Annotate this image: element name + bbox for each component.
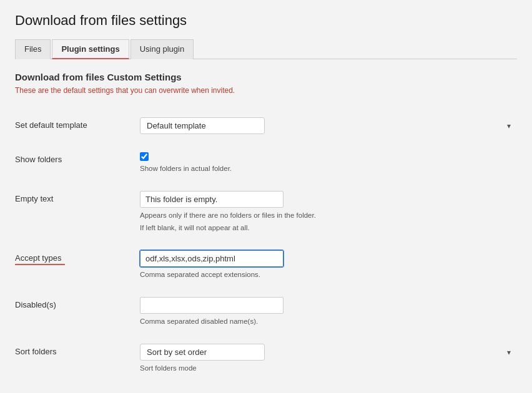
hint-accept-types: Comma separated accept extensions. — [140, 269, 517, 279]
hint-show-folders: Show folders in actual folder. — [140, 163, 517, 173]
label-disabled: Disabled(s) — [15, 297, 140, 309]
tab-using-plugin[interactable]: Using plugin — [131, 39, 194, 59]
tab-files[interactable]: Files — [15, 39, 51, 59]
label-sort-folders: Sort folders — [15, 344, 140, 356]
label-empty-text: Empty text — [15, 191, 140, 203]
section-desc: These are the default settings that you … — [15, 86, 517, 95]
select-wrapper-template: Default template — [140, 117, 517, 134]
row-sort-folders: Sort folders Sort by set order Sort fold… — [15, 335, 517, 382]
control-accept-types: Comma separated accept extensions. — [140, 250, 517, 279]
row-show-folders: Show folders Show folders in actual fold… — [15, 143, 517, 182]
page-title: Download from files settings — [15, 12, 517, 29]
label-accept-types: Accept types — [15, 250, 140, 265]
select-default-template[interactable]: Default template — [140, 117, 265, 134]
row-set-default-template: Set default template Default template — [15, 109, 517, 143]
label-set-default-template: Set default template — [15, 117, 140, 130]
hint-disabled: Comma separated disabled name(s). — [140, 316, 517, 326]
row-disabled: Disabled(s) Comma separated disabled nam… — [15, 288, 517, 335]
checkbox-show-folders[interactable] — [140, 152, 149, 161]
select-sort-folders[interactable]: Sort by set order — [140, 344, 265, 361]
checkbox-row-show-folders — [140, 152, 517, 161]
select-wrapper-sort: Sort by set order — [140, 344, 517, 361]
control-show-folders: Show folders in actual folder. — [140, 152, 517, 173]
control-set-default-template: Default template — [140, 117, 517, 134]
input-empty-text[interactable] — [140, 191, 283, 208]
control-empty-text: Appears only if there are no folders or … — [140, 191, 517, 233]
input-accept-types[interactable] — [140, 250, 283, 267]
tab-plugin-settings[interactable]: Plugin settings — [52, 39, 129, 59]
settings-form: Set default template Default template Sh… — [15, 109, 517, 382]
tabs-container: Files Plugin settings Using plugin — [15, 39, 517, 59]
hint-sort-folders: Sort folders mode — [140, 363, 517, 373]
page-container: Download from files settings Files Plugi… — [0, 0, 532, 393]
hint-empty-text-1: Appears only if there are no folders or … — [140, 210, 517, 220]
control-sort-folders: Sort by set order Sort folders mode — [140, 344, 517, 373]
control-disabled: Comma separated disabled name(s). — [140, 297, 517, 326]
row-empty-text: Empty text Appears only if there are no … — [15, 182, 517, 241]
label-show-folders: Show folders — [15, 152, 140, 164]
section-title: Download from files Custom Settings — [15, 72, 517, 82]
input-disabled[interactable] — [140, 297, 283, 314]
row-accept-types: Accept types Comma separated accept exte… — [15, 241, 517, 288]
hint-empty-text-2: If left blank, it will not appear at all… — [140, 223, 517, 233]
